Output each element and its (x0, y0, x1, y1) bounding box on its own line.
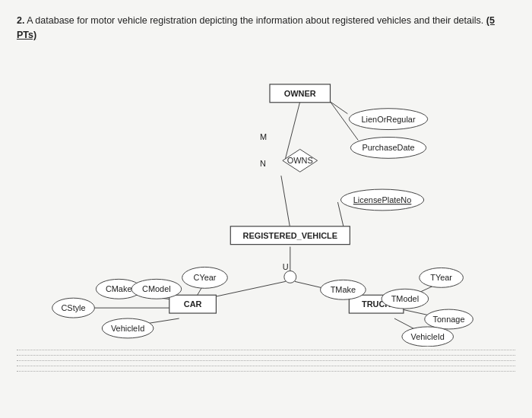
er-diagram: M N U (17, 50, 515, 347)
question-body: A database for motor vehicle registratio… (27, 15, 483, 26)
tmodel-label: TModel (391, 294, 419, 303)
cstyle-label: CStyle (61, 303, 85, 312)
question-text: 2. A database for motor vehicle registra… (17, 14, 515, 43)
tmake-label: TMake (331, 285, 356, 294)
dotted-line-3 (17, 360, 515, 361)
cyear-label: CYear (194, 273, 217, 282)
owns-label: OWNS (287, 156, 313, 165)
cmake-label: CMake (106, 284, 132, 293)
purchasedate-label: PurchaseDate (362, 143, 414, 152)
owner-label: OWNER (284, 88, 316, 97)
n-label: N (260, 159, 266, 168)
svg-line-2 (330, 101, 347, 113)
svg-point-6 (284, 271, 296, 283)
u-label: U (283, 262, 289, 271)
licenseplateNo-label: LicensePlateNo (353, 195, 412, 204)
page: 2. A database for motor vehicle registra… (0, 0, 532, 418)
diagram-area: M N U (17, 50, 515, 347)
cmodel-label: CModel (142, 284, 171, 293)
svg-line-1 (281, 176, 290, 229)
question-number: 2. (17, 15, 24, 26)
dotted-line-1 (17, 350, 515, 350)
tonnage-label: Tonnage (433, 315, 465, 324)
car-label: CAR (184, 299, 202, 309)
tyear-label: TYear (430, 273, 452, 282)
registered-vehicle-label: REGISTERED_VEHICLE (243, 230, 337, 239)
vehicleid-truck-label: VehicleId (411, 331, 445, 340)
vehicleid-car-label: VehicleId (111, 323, 144, 332)
dotted-line-2 (17, 355, 515, 356)
dotted-line-5 (17, 371, 515, 372)
lienorregular-label: LienOrRegular (362, 114, 416, 123)
m-label: M (260, 132, 267, 141)
dotted-lines-section (17, 350, 515, 372)
dotted-line-4 (17, 366, 515, 366)
